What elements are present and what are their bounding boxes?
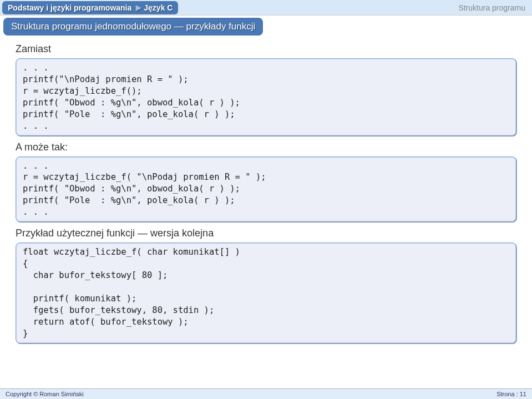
footer-page-number: Strona : 11 — [496, 391, 526, 397]
code-block-2: . . . r = wczytaj_liczbe_f( "\nPodaj pro… — [16, 156, 516, 223]
chevron-right-icon: ▶ — [136, 3, 141, 12]
code-block-1: . . . printf("\nPodaj promien R = " ); r… — [16, 58, 516, 136]
section-label-1: Zamiast — [16, 43, 516, 55]
page-subtitle: Struktura programu jednomodułowego — prz… — [3, 18, 263, 36]
header-bar: Podstawy i języki programowania ▶ Język … — [0, 0, 532, 16]
breadcrumb-tab: Podstawy i języki programowania ▶ Język … — [2, 1, 178, 14]
code-block-3: float wczytaj_liczbe_f( char komunikat[]… — [16, 243, 516, 343]
section-label-3: Przykład użytecznej funkcji — wersja kol… — [16, 228, 516, 239]
breadcrumb-part1: Podstawy i języki programowania — [8, 3, 131, 12]
footer-copyright: Copyright © Roman Simiński — [6, 391, 84, 397]
main-content: Zamiast . . . printf("\nPodaj promien R … — [0, 36, 532, 344]
breadcrumb-part2: Język C — [144, 3, 173, 12]
section-label-2: A może tak: — [16, 142, 516, 153]
header-right-label: Struktura programu — [458, 3, 525, 12]
footer-bar: Copyright © Roman Simiński Strona : 11 — [0, 388, 532, 399]
